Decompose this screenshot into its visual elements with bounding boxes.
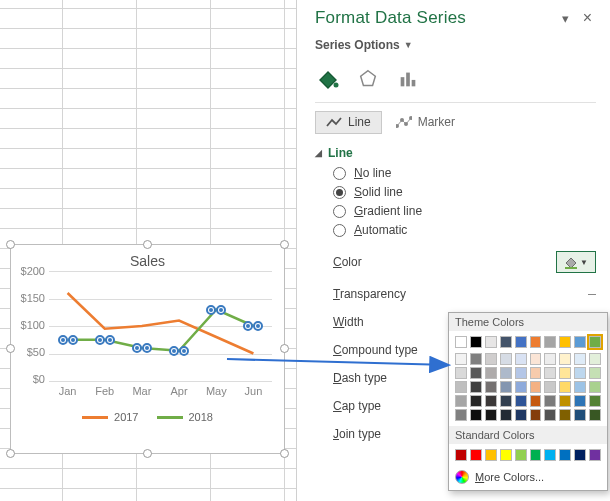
color-swatch[interactable] bbox=[500, 367, 512, 379]
radio-automatic[interactable]: Automatic bbox=[333, 223, 596, 237]
color-swatch[interactable] bbox=[485, 336, 497, 348]
color-swatch[interactable] bbox=[515, 353, 527, 365]
color-swatch[interactable] bbox=[455, 353, 467, 365]
resize-handle[interactable] bbox=[143, 449, 152, 458]
color-swatch[interactable] bbox=[589, 395, 601, 407]
color-swatch[interactable] bbox=[515, 381, 527, 393]
resize-handle[interactable] bbox=[280, 449, 289, 458]
color-swatch[interactable] bbox=[485, 409, 497, 421]
color-swatch[interactable] bbox=[574, 409, 586, 421]
resize-handle[interactable] bbox=[280, 344, 289, 353]
color-swatch[interactable] bbox=[589, 409, 601, 421]
color-swatch[interactable] bbox=[485, 381, 497, 393]
color-swatch[interactable] bbox=[544, 409, 556, 421]
color-swatch[interactable] bbox=[485, 353, 497, 365]
color-swatch[interactable] bbox=[485, 395, 497, 407]
color-swatch[interactable] bbox=[470, 395, 482, 407]
color-swatch[interactable] bbox=[559, 353, 571, 365]
chart-object[interactable]: Sales $200$150$100$50$0 JanFebMarAprMayJ… bbox=[10, 244, 285, 454]
more-colors-button[interactable]: More Colors... bbox=[449, 466, 607, 486]
color-swatch[interactable] bbox=[530, 409, 542, 421]
color-swatch[interactable] bbox=[559, 336, 571, 348]
color-swatch[interactable] bbox=[470, 409, 482, 421]
resize-handle[interactable] bbox=[6, 344, 15, 353]
legend-item-2018[interactable]: 2018 bbox=[157, 411, 213, 423]
color-swatch[interactable] bbox=[589, 449, 601, 461]
color-swatch[interactable] bbox=[574, 395, 586, 407]
color-swatch[interactable] bbox=[544, 395, 556, 407]
color-swatch[interactable] bbox=[455, 381, 467, 393]
color-swatch[interactable] bbox=[530, 449, 542, 461]
color-swatch[interactable] bbox=[530, 336, 542, 348]
color-swatch[interactable] bbox=[559, 381, 571, 393]
color-swatch[interactable] bbox=[574, 336, 586, 348]
color-swatch[interactable] bbox=[500, 381, 512, 393]
color-swatch[interactable] bbox=[500, 409, 512, 421]
resize-handle[interactable] bbox=[6, 449, 15, 458]
color-swatch[interactable] bbox=[559, 409, 571, 421]
color-swatch[interactable] bbox=[455, 449, 467, 461]
color-swatch[interactable] bbox=[530, 395, 542, 407]
color-swatch[interactable] bbox=[500, 449, 512, 461]
color-swatch[interactable] bbox=[589, 336, 601, 348]
radio-gradient-line[interactable]: Gradient line bbox=[333, 204, 596, 218]
close-icon[interactable]: × bbox=[583, 10, 592, 26]
radio-no-line[interactable]: No line bbox=[333, 166, 596, 180]
resize-handle[interactable] bbox=[6, 240, 15, 249]
color-swatch[interactable] bbox=[470, 336, 482, 348]
color-swatch[interactable] bbox=[515, 395, 527, 407]
color-swatch[interactable] bbox=[515, 449, 527, 461]
resize-handle[interactable] bbox=[280, 240, 289, 249]
color-swatch[interactable] bbox=[485, 449, 497, 461]
color-swatch[interactable] bbox=[544, 449, 556, 461]
color-swatch[interactable] bbox=[515, 336, 527, 348]
color-swatch[interactable] bbox=[544, 367, 556, 379]
color-swatch[interactable] bbox=[485, 367, 497, 379]
color-swatch[interactable] bbox=[515, 367, 527, 379]
resize-handle[interactable] bbox=[143, 240, 152, 249]
series-options-dropdown[interactable]: Series Options ▼ bbox=[315, 38, 596, 52]
color-swatch[interactable] bbox=[500, 353, 512, 365]
color-swatch[interactable] bbox=[574, 449, 586, 461]
task-pane-options-icon[interactable]: ▾ bbox=[562, 12, 569, 25]
line-section-header[interactable]: ◢ Line bbox=[315, 146, 596, 160]
color-swatch[interactable] bbox=[470, 367, 482, 379]
color-swatch[interactable] bbox=[589, 367, 601, 379]
color-swatch[interactable] bbox=[515, 409, 527, 421]
fill-and-line-icon[interactable] bbox=[315, 66, 341, 92]
color-swatch[interactable] bbox=[455, 395, 467, 407]
color-swatch[interactable] bbox=[530, 367, 542, 379]
tab-line[interactable]: Line bbox=[315, 111, 382, 134]
color-swatch[interactable] bbox=[559, 395, 571, 407]
color-swatch[interactable] bbox=[455, 367, 467, 379]
color-swatch[interactable] bbox=[455, 336, 467, 348]
chart-lines[interactable] bbox=[49, 271, 272, 381]
color-swatch[interactable] bbox=[559, 367, 571, 379]
color-swatch[interactable] bbox=[589, 353, 601, 365]
color-swatch[interactable] bbox=[574, 367, 586, 379]
color-picker-button[interactable]: ▼ bbox=[556, 251, 596, 273]
color-swatch[interactable] bbox=[574, 353, 586, 365]
legend-item-2017[interactable]: 2017 bbox=[82, 411, 138, 423]
color-swatch[interactable] bbox=[455, 409, 467, 421]
color-swatch[interactable] bbox=[530, 381, 542, 393]
color-swatch[interactable] bbox=[559, 449, 571, 461]
tab-marker[interactable]: Marker bbox=[386, 111, 465, 134]
radio-solid-line[interactable]: Solid line bbox=[333, 185, 596, 199]
transparency-slider[interactable] bbox=[588, 294, 596, 295]
color-swatch[interactable] bbox=[470, 381, 482, 393]
plot-area[interactable]: $200$150$100$50$0 bbox=[49, 271, 272, 381]
color-swatch[interactable] bbox=[544, 336, 556, 348]
color-swatch[interactable] bbox=[470, 353, 482, 365]
chart-legend[interactable]: 2017 2018 bbox=[11, 411, 284, 423]
color-swatch[interactable] bbox=[544, 381, 556, 393]
color-swatch[interactable] bbox=[574, 381, 586, 393]
color-swatch[interactable] bbox=[530, 353, 542, 365]
color-swatch[interactable] bbox=[589, 381, 601, 393]
color-swatch[interactable] bbox=[500, 395, 512, 407]
effects-icon[interactable] bbox=[355, 66, 381, 92]
series-options-icon[interactable] bbox=[395, 66, 421, 92]
color-swatch[interactable] bbox=[500, 336, 512, 348]
color-swatch[interactable] bbox=[470, 449, 482, 461]
color-swatch[interactable] bbox=[544, 353, 556, 365]
